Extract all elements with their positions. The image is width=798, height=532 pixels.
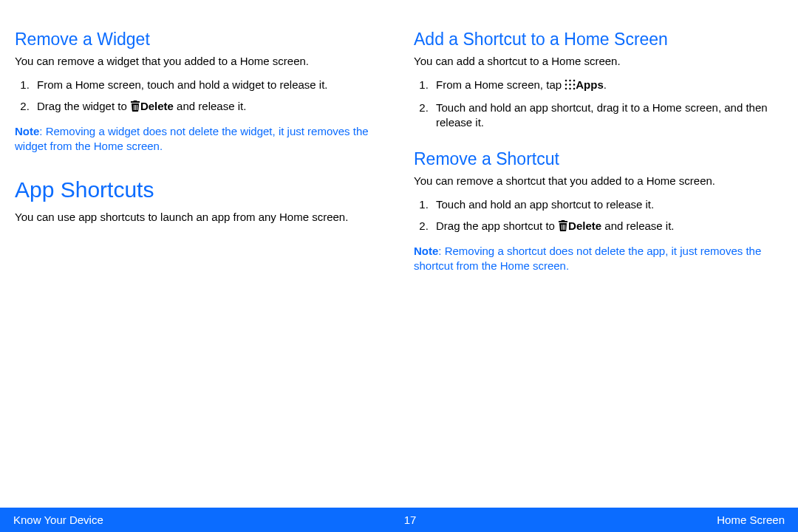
note-remove-widget-body: : Removing a widget does not delete the … — [15, 125, 369, 152]
step-add-shortcut-1-bold: Apps — [576, 78, 604, 91]
step-remove-widget-2-post: and release it. — [174, 100, 246, 112]
document-page: Remove a Widget You can remove a widget … — [0, 0, 798, 532]
svg-point-4 — [569, 83, 571, 86]
note-remove-shortcut-label: Note — [414, 245, 438, 257]
steps-add-shortcut: From a Home screen, tap Apps. Touch and … — [432, 75, 783, 133]
heading-remove-widget: Remove a Widget — [15, 30, 384, 50]
step-remove-shortcut-2-bold: Delete — [568, 219, 601, 232]
step-remove-shortcut-2-pre: Drag the app shortcut to — [436, 219, 558, 232]
footer-right: Home Screen — [717, 514, 785, 526]
footer-page-number: 17 — [404, 514, 417, 526]
intro-add-shortcut: You can add a shortcut to a Home screen. — [414, 54, 783, 69]
steps-remove-shortcut: Touch and hold an app shortcut to releas… — [432, 194, 783, 238]
step-remove-widget-2-bold: Delete — [140, 100, 174, 112]
svg-point-0 — [565, 80, 567, 82]
heading-remove-shortcut: Remove a Shortcut — [414, 149, 783, 169]
step-remove-shortcut-2: Drag the app shortcut to Delete and rele… — [432, 216, 783, 238]
trash-icon — [558, 219, 568, 235]
svg-point-7 — [569, 88, 571, 90]
step-add-shortcut-2: Touch and hold an app shortcut, drag it … — [432, 98, 783, 134]
note-remove-shortcut-body: : Removing a shortcut does not delete th… — [414, 245, 761, 272]
step-remove-widget-2-pre: Drag the widget to — [37, 100, 130, 112]
trash-icon — [130, 100, 140, 115]
page-footer: Know Your Device 17 Home Screen — [0, 508, 798, 532]
footer-left: Know Your Device — [13, 514, 103, 526]
heading-app-shortcuts: App Shortcuts — [15, 177, 384, 202]
step-remove-shortcut-2-post: and release it. — [601, 219, 674, 232]
note-remove-widget: Note: Removing a widget does not delete … — [15, 124, 384, 154]
right-column: Add a Shortcut to a Home Screen You can … — [414, 30, 783, 500]
left-column: Remove a Widget You can remove a widget … — [15, 30, 384, 500]
apps-grid-icon — [565, 79, 576, 94]
step-remove-widget-1: From a Home screen, touch and hold a wid… — [33, 75, 384, 95]
intro-remove-widget: You can remove a widget that you added t… — [15, 54, 384, 69]
note-remove-widget-label: Note — [15, 125, 39, 137]
steps-remove-widget: From a Home screen, touch and hold a wid… — [33, 75, 384, 118]
intro-app-shortcuts: You can use app shortcuts to launch an a… — [15, 210, 384, 225]
content-area: Remove a Widget You can remove a widget … — [0, 0, 798, 508]
step-remove-widget-2: Drag the widget to Delete and release it… — [33, 96, 384, 118]
step-add-shortcut-1-pre: From a Home screen, tap — [436, 78, 565, 91]
step-add-shortcut-1-post: . — [604, 78, 607, 91]
svg-point-3 — [565, 83, 567, 86]
heading-add-shortcut: Add a Shortcut to a Home Screen — [414, 30, 783, 50]
step-add-shortcut-1: From a Home screen, tap Apps. — [432, 75, 783, 97]
intro-remove-shortcut: You can remove a shortcut that you added… — [414, 174, 783, 188]
svg-point-6 — [565, 88, 567, 90]
note-remove-shortcut: Note: Removing a shortcut does not delet… — [414, 244, 783, 274]
svg-point-1 — [569, 80, 571, 82]
step-remove-shortcut-1: Touch and hold an app shortcut to releas… — [432, 194, 783, 215]
